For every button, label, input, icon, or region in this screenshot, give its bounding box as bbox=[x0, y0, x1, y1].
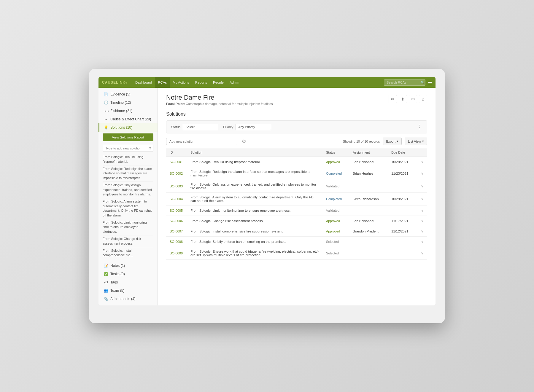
fishbone-icon: ⊸⊸ bbox=[104, 109, 108, 113]
table-row: SO-0002 From Sologic: Redesign the alarm… bbox=[166, 167, 427, 180]
sidebar-item-tasks[interactable]: ✅ Tasks (0) bbox=[98, 270, 158, 278]
status-badge: Validated bbox=[326, 208, 339, 213]
list-item[interactable]: From Sologic: Install comprehensive fire… bbox=[103, 247, 153, 259]
cause-effect-icon: ↔ bbox=[104, 117, 108, 121]
status-select[interactable]: Select bbox=[183, 124, 218, 130]
cell-solution: From Sologic: Ensure work that could tri… bbox=[187, 247, 322, 260]
main-content: Notre Dame Fire Focal Point: Catastrophi… bbox=[158, 88, 436, 305]
status-badge: Approved bbox=[326, 160, 340, 164]
search-input[interactable] bbox=[387, 81, 419, 84]
chevron-down-icon[interactable]: ∨ bbox=[421, 171, 424, 176]
edit-page-button[interactable]: ✏ bbox=[389, 95, 397, 103]
expand-button[interactable]: ∨ bbox=[417, 237, 427, 247]
sidebar-item-timeline[interactable]: 🕐 Timeline (12) bbox=[98, 98, 158, 107]
sidebar-item-tags[interactable]: 🏷 Tags bbox=[98, 278, 158, 286]
cell-assignment bbox=[349, 180, 388, 193]
logo-text: CAUSELINK bbox=[102, 80, 125, 85]
sidebar-item-evidence[interactable]: 📄 Evidence (5) bbox=[98, 90, 158, 98]
expand-button[interactable]: ∨ bbox=[417, 193, 427, 205]
list-view-button[interactable]: List View ▾ bbox=[405, 138, 427, 145]
add-solution-button[interactable]: ⚙ bbox=[240, 138, 247, 145]
chevron-down-icon[interactable]: ∨ bbox=[421, 251, 424, 255]
list-item[interactable]: From Sologic: Limit monitoring time to e… bbox=[103, 219, 153, 235]
cell-due-date: 10/29/2021 bbox=[388, 193, 417, 205]
priority-label: Priority bbox=[223, 125, 233, 129]
expand-button[interactable]: ∨ bbox=[417, 226, 427, 237]
sidebar-item-attachments[interactable]: 📎 Attachments (4) bbox=[98, 295, 158, 303]
view-solutions-report-button[interactable]: View Solutions Report bbox=[103, 133, 153, 141]
chevron-down-icon[interactable]: ∨ bbox=[421, 208, 424, 213]
cell-id: SO-0001 bbox=[166, 157, 187, 167]
nav-reports[interactable]: Reports bbox=[192, 77, 210, 88]
chevron-down-icon[interactable]: ∨ bbox=[421, 197, 424, 201]
cell-id: SO-0005 bbox=[166, 205, 187, 216]
col-header-status: Status bbox=[322, 148, 349, 157]
list-item[interactable]: From Sologic: Alarm system to automatica… bbox=[103, 198, 153, 219]
expand-button[interactable]: ∨ bbox=[417, 205, 427, 216]
cell-status: Approved bbox=[322, 157, 349, 167]
attachments-icon: 📎 bbox=[104, 297, 108, 301]
add-solution-wrap: ⚙ bbox=[103, 145, 153, 152]
add-solution-input[interactable] bbox=[103, 145, 153, 152]
sidebar: 📄 Evidence (5) 🕐 Timeline (12) ⊸⊸ Fishbo… bbox=[98, 88, 158, 305]
chevron-down-icon[interactable]: ∨ bbox=[421, 184, 424, 188]
focal-point: Focal Point: Catastrophic damage, potent… bbox=[166, 102, 273, 106]
cell-due-date: 11/23/2021 bbox=[388, 167, 417, 180]
search-box[interactable]: 🔍 bbox=[384, 79, 425, 86]
list-item[interactable]: From Sologic: Only assign experienced, t… bbox=[103, 182, 153, 198]
expand-button[interactable]: ∨ bbox=[417, 180, 427, 193]
cell-due-date bbox=[388, 247, 417, 260]
nav-dashboard[interactable]: Dashboard bbox=[132, 77, 155, 88]
sidebar-item-team[interactable]: 👥 Team (5) bbox=[98, 286, 158, 295]
chevron-down-icon: ▾ bbox=[397, 139, 398, 143]
chevron-down-icon[interactable]: ∨ bbox=[421, 219, 424, 223]
sidebar-item-solutions[interactable]: 💡 Solutions (10) bbox=[98, 123, 158, 132]
nav-admin[interactable]: Admin bbox=[227, 77, 242, 88]
col-header-id: ID bbox=[166, 148, 187, 157]
chevron-down-icon[interactable]: ∨ bbox=[421, 240, 424, 244]
tags-icon: 🏷 bbox=[104, 280, 108, 284]
cell-assignment: Brian Hughes bbox=[349, 167, 388, 180]
filter-bar: Status Select Priority Any Priority High… bbox=[166, 120, 427, 133]
add-new-solution-input[interactable] bbox=[166, 138, 237, 145]
cell-assignment: Brandon Prudent bbox=[349, 226, 388, 237]
list-item[interactable]: From Sologic: Change risk assessment pro… bbox=[103, 235, 153, 247]
expand-button[interactable]: ∨ bbox=[417, 167, 427, 180]
cell-id: SO-0009 bbox=[166, 247, 187, 260]
export-page-button[interactable]: ⬆ bbox=[399, 95, 407, 103]
home-icon: ⌂ bbox=[422, 97, 424, 101]
list-item[interactable]: From Sologic: Rebuild using fireproof ma… bbox=[103, 154, 153, 165]
cell-status: Approved bbox=[322, 226, 349, 237]
sidebar-item-notes[interactable]: 📝 Notes (1) bbox=[98, 262, 158, 270]
nav-my-actions[interactable]: My Actions bbox=[170, 77, 192, 88]
hamburger-menu-icon[interactable]: ☰ bbox=[428, 80, 432, 85]
sidebar-item-cause-effect[interactable]: ↔ Cause & Effect Chart (29) bbox=[98, 115, 158, 123]
solutions-table: ID Solution Status Assignment Due Date S… bbox=[166, 148, 427, 260]
app-logo: CAUSELINK® bbox=[102, 80, 128, 85]
settings-page-button[interactable]: ⚙ bbox=[409, 95, 417, 103]
nav-rcas[interactable]: RCAs bbox=[155, 77, 170, 88]
chevron-down-icon: ▾ bbox=[422, 139, 424, 143]
sidebar-item-fishbone[interactable]: ⊸⊸ Fishbone (21) bbox=[98, 107, 158, 115]
nav-people[interactable]: People bbox=[210, 77, 227, 88]
status-badge: Completed bbox=[326, 197, 342, 201]
export-button[interactable]: Export ▾ bbox=[383, 138, 402, 145]
document-icon: 📄 bbox=[104, 92, 108, 96]
filter-more-button[interactable]: ⋮ bbox=[417, 124, 422, 130]
chevron-down-icon[interactable]: ∨ bbox=[421, 229, 424, 233]
cell-assignment: Jon Boisoneau bbox=[349, 157, 388, 167]
settings-small-icon[interactable]: ⚙ bbox=[148, 146, 152, 150]
expand-button[interactable]: ∨ bbox=[417, 247, 427, 260]
chevron-down-icon[interactable]: ∨ bbox=[421, 160, 424, 164]
table-row: SO-0009 From Sologic: Ensure work that c… bbox=[166, 247, 427, 260]
expand-button[interactable]: ∨ bbox=[417, 157, 427, 167]
notes-icon: 📝 bbox=[104, 264, 108, 268]
list-item[interactable]: From Sologic: Redesign the alarm interfa… bbox=[103, 165, 153, 182]
col-header-due-date: Due Date bbox=[388, 148, 417, 157]
lightbulb-icon: 💡 bbox=[104, 125, 108, 130]
expand-button[interactable]: ∨ bbox=[417, 216, 427, 226]
cell-status: Selected bbox=[322, 247, 349, 260]
priority-select[interactable]: Any Priority High Medium Low bbox=[236, 124, 271, 130]
status-label: Status bbox=[171, 125, 180, 129]
home-page-button[interactable]: ⌂ bbox=[419, 95, 427, 103]
